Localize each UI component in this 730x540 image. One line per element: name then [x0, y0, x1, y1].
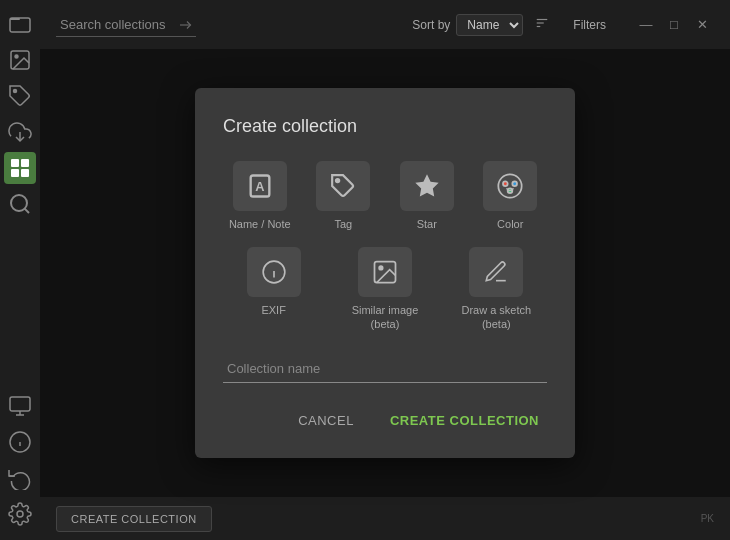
- sidebar-icon-settings[interactable]: [4, 498, 36, 530]
- option-star[interactable]: Star: [390, 161, 464, 231]
- option-exif[interactable]: EXIF: [223, 247, 324, 332]
- close-button[interactable]: ✕: [690, 13, 714, 37]
- svg-point-10: [11, 195, 27, 211]
- sidebar-icon-image[interactable]: [4, 44, 36, 76]
- option-exif-icon: [247, 247, 301, 297]
- collection-name-input[interactable]: [223, 355, 547, 383]
- window-controls: — □ ✕: [634, 13, 714, 37]
- sidebar-icon-folder[interactable]: [4, 8, 36, 40]
- dialog-actions: CANCEL CREATE COLLECTION: [223, 407, 547, 434]
- option-tag-label: Tag: [334, 217, 352, 231]
- options-grid-row2: EXIF Similar image(beta) Draw a sketch(b…: [223, 247, 547, 332]
- sidebar-icon-collections[interactable]: [4, 152, 36, 184]
- sidebar-icon-import[interactable]: [4, 390, 36, 422]
- svg-point-3: [15, 55, 18, 58]
- sidebar: [0, 0, 40, 540]
- dialog-title: Create collection: [223, 116, 547, 137]
- option-color[interactable]: Color: [474, 161, 548, 231]
- option-color-icon: [483, 161, 537, 211]
- sort-by-label: Sort by Name Date Size: [412, 12, 555, 37]
- option-tag-icon: [316, 161, 370, 211]
- option-draw-sketch-label: Draw a sketch(beta): [461, 303, 531, 332]
- option-tag[interactable]: Tag: [307, 161, 381, 231]
- sidebar-icon-refresh[interactable]: [4, 462, 36, 494]
- svg-rect-9: [21, 169, 29, 177]
- option-draw-sketch-icon: [469, 247, 523, 297]
- option-name-note[interactable]: A Name / Note: [223, 161, 297, 231]
- filters-button[interactable]: Filters: [565, 14, 614, 36]
- svg-rect-12: [10, 397, 30, 411]
- svg-point-25: [499, 174, 522, 197]
- pk-badge: PK: [701, 513, 714, 524]
- svg-rect-8: [11, 169, 19, 177]
- option-draw-sketch[interactable]: Draw a sketch(beta): [446, 247, 547, 332]
- svg-line-11: [25, 209, 29, 213]
- sidebar-icon-download[interactable]: [4, 116, 36, 148]
- cancel-button[interactable]: CANCEL: [290, 407, 362, 434]
- sidebar-icon-search[interactable]: [4, 188, 36, 220]
- option-similar-image[interactable]: Similar image(beta): [334, 247, 435, 332]
- svg-point-33: [379, 266, 383, 270]
- maximize-button[interactable]: □: [662, 13, 686, 37]
- sort-dropdown[interactable]: Name Date Size: [456, 14, 523, 36]
- option-star-label: Star: [417, 217, 437, 231]
- svg-point-27: [513, 181, 518, 186]
- topbar: Sort by Name Date Size Filters — □ ✕: [40, 0, 730, 50]
- create-collection-bottom-button[interactable]: CREATE COLLECTION: [56, 506, 212, 532]
- svg-marker-24: [415, 174, 438, 196]
- option-similar-image-label: Similar image(beta): [352, 303, 419, 332]
- option-name-note-icon: A: [233, 161, 287, 211]
- bottombar: CREATE COLLECTION PK: [40, 496, 730, 540]
- sidebar-icon-tag[interactable]: [4, 80, 36, 112]
- option-exif-label: EXIF: [261, 303, 285, 317]
- modal-overlay: Create collection A Name / Note Tag: [40, 50, 730, 496]
- option-color-label: Color: [497, 217, 523, 231]
- search-input-icon: [180, 18, 194, 32]
- svg-rect-6: [11, 159, 19, 167]
- content-area: Create collection A Name / Note Tag: [40, 50, 730, 496]
- sidebar-icon-info[interactable]: [4, 426, 36, 458]
- option-star-icon: [400, 161, 454, 211]
- create-collection-dialog: Create collection A Name / Note Tag: [195, 88, 575, 459]
- svg-rect-1: [10, 18, 30, 32]
- option-name-note-label: Name / Note: [229, 217, 291, 231]
- option-similar-image-icon: [358, 247, 412, 297]
- options-grid-row1: A Name / Note Tag Star: [223, 161, 547, 231]
- search-input[interactable]: [56, 13, 196, 37]
- svg-rect-7: [21, 159, 29, 167]
- svg-point-26: [503, 181, 508, 186]
- create-collection-button[interactable]: CREATE COLLECTION: [382, 407, 547, 434]
- svg-point-16: [17, 511, 23, 517]
- main-area: Sort by Name Date Size Filters — □ ✕ Cre…: [40, 0, 730, 540]
- minimize-button[interactable]: —: [634, 13, 658, 37]
- svg-text:A: A: [255, 178, 264, 193]
- search-box: [56, 13, 196, 37]
- svg-point-4: [14, 90, 17, 93]
- sort-direction-button[interactable]: [529, 12, 555, 37]
- svg-point-23: [336, 179, 339, 182]
